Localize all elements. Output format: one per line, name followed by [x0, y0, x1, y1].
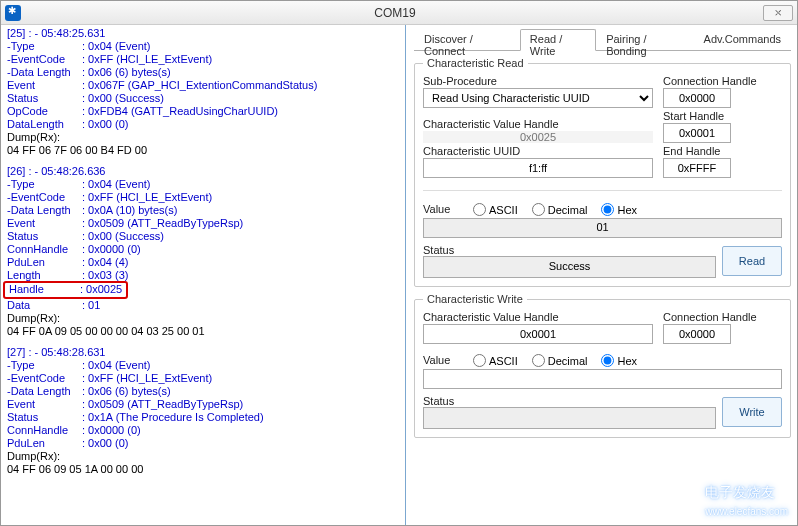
log-dump: 04 FF 06 09 05 1A 00 00 00 [7, 463, 405, 476]
read-start-label: Start Handle [663, 110, 731, 122]
read-value-display: 01 [423, 218, 782, 238]
read-end-input[interactable] [663, 158, 731, 178]
tab-discover[interactable]: Discover / Connect [414, 29, 520, 50]
write-radio-ascii[interactable]: ASCII [473, 354, 518, 367]
characteristic-read-group: Characteristic Read Sub-Procedure Read U… [414, 57, 791, 287]
log-row: -Type: 0x04 (Event) [7, 178, 405, 191]
log-dump: 04 FF 06 7F 06 00 B4 FD 00 [7, 144, 405, 157]
log-row: -Type: 0x04 (Event) [7, 40, 405, 53]
write-status-label: Status [423, 395, 454, 407]
read-radio-decimal[interactable]: Decimal [532, 203, 588, 216]
write-value-label: Value [423, 354, 459, 366]
read-cvh-label: Characteristic Value Handle [423, 118, 653, 130]
log-dump-label: Dump(Rx): [7, 450, 405, 463]
log-header: [26] : - 05:48:26.636 [7, 165, 405, 178]
log-row: Status: 0x00 (Success) [7, 230, 405, 243]
write-button[interactable]: Write [722, 397, 782, 427]
log-row: Status: 0x00 (Success) [7, 92, 405, 105]
log-row-highlight: Handle: 0x0025 [7, 282, 405, 299]
log-panel[interactable]: [25] : - 05:48:25.631-Type: 0x04 (Event)… [1, 25, 406, 525]
read-uuid-label: Characteristic UUID [423, 145, 653, 157]
read-conn-label: Connection Handle [663, 75, 757, 87]
tab-bar: Discover / Connect Read / Write Pairing … [414, 29, 791, 51]
read-cvh-input: 0x0025 [423, 131, 653, 143]
read-button[interactable]: Read [722, 246, 782, 276]
log-row: Event: 0x067F (GAP_HCI_ExtentionCommandS… [7, 79, 405, 92]
read-radio-hex[interactable]: Hex [601, 203, 637, 216]
log-row: Data: 01 [7, 299, 405, 312]
read-end-label: End Handle [663, 145, 731, 157]
log-row: Event: 0x0509 (ATT_ReadByTypeRsp) [7, 398, 405, 411]
log-row: -Data Length: 0x06 (6) bytes(s) [7, 66, 405, 79]
log-row: PduLen: 0x00 (0) [7, 437, 405, 450]
read-legend: Characteristic Read [423, 57, 528, 69]
sub-procedure-label: Sub-Procedure [423, 75, 653, 87]
write-radio-hex[interactable]: Hex [601, 354, 637, 367]
tab-pairing[interactable]: Pairing / Bonding [596, 29, 693, 50]
log-row: -Data Length: 0x0A (10) bytes(s) [7, 204, 405, 217]
log-dump: 04 FF 0A 09 05 00 00 00 04 03 25 00 01 [7, 325, 405, 338]
log-dump-label: Dump(Rx): [7, 131, 405, 144]
write-cvh-input[interactable] [423, 324, 653, 344]
log-row: -EventCode: 0xFF (HCI_LE_ExtEvent) [7, 372, 405, 385]
read-status-display: Success [423, 256, 716, 278]
write-radio-decimal[interactable]: Decimal [532, 354, 588, 367]
log-row: Status: 0x1A (The Procedure Is Completed… [7, 411, 405, 424]
tab-readwrite[interactable]: Read / Write [520, 29, 596, 51]
write-conn-label: Connection Handle [663, 311, 757, 323]
write-legend: Characteristic Write [423, 293, 527, 305]
read-value-label: Value [423, 203, 459, 215]
log-row: DataLength: 0x00 (0) [7, 118, 405, 131]
read-uuid-input[interactable] [423, 158, 653, 178]
window-title: COM19 [27, 6, 763, 20]
write-value-input[interactable] [423, 369, 782, 389]
log-row: -EventCode: 0xFF (HCI_LE_ExtEvent) [7, 53, 405, 66]
close-button[interactable]: ⤬ [763, 5, 793, 21]
log-row: -Data Length: 0x06 (6) bytes(s) [7, 385, 405, 398]
read-start-input[interactable] [663, 123, 731, 143]
read-radio-ascii[interactable]: ASCII [473, 203, 518, 216]
tab-adv[interactable]: Adv.Commands [694, 29, 791, 50]
log-row: Event: 0x0509 (ATT_ReadByTypeRsp) [7, 217, 405, 230]
sub-procedure-select[interactable]: Read Using Characteristic UUID [423, 88, 653, 108]
log-header: [27] : - 05:48:28.631 [7, 346, 405, 359]
log-row: -Type: 0x04 (Event) [7, 359, 405, 372]
log-row: OpCode: 0xFDB4 (GATT_ReadUsingCharUUID) [7, 105, 405, 118]
write-conn-input[interactable] [663, 324, 731, 344]
write-status-display [423, 407, 716, 429]
log-row: ConnHandle: 0x0000 (0) [7, 424, 405, 437]
log-row: ConnHandle: 0x0000 (0) [7, 243, 405, 256]
log-row: -EventCode: 0xFF (HCI_LE_ExtEvent) [7, 191, 405, 204]
write-cvh-label: Characteristic Value Handle [423, 311, 653, 323]
titlebar: COM19 ⤬ [1, 1, 797, 25]
right-panel: Discover / Connect Read / Write Pairing … [406, 25, 797, 525]
read-conn-input[interactable] [663, 88, 731, 108]
read-status-label: Status [423, 244, 454, 256]
bluetooth-icon [5, 5, 21, 21]
log-row: PduLen: 0x04 (4) [7, 256, 405, 269]
log-header: [25] : - 05:48:25.631 [7, 27, 405, 40]
characteristic-write-group: Characteristic Write Characteristic Valu… [414, 293, 791, 438]
log-dump-label: Dump(Rx): [7, 312, 405, 325]
